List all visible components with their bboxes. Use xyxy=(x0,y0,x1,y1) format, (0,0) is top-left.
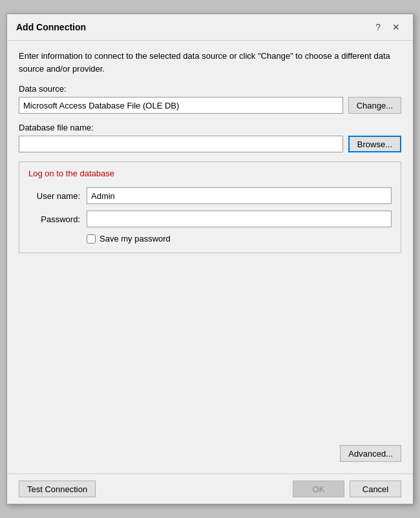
close-button[interactable]: ✕ xyxy=(388,21,404,34)
data-source-row: Change... xyxy=(19,97,401,114)
browse-button[interactable]: Browse... xyxy=(348,136,401,152)
username-row: User name: xyxy=(28,187,392,204)
title-bar: Add Connection ? ✕ xyxy=(7,14,413,41)
username-label: User name: xyxy=(28,191,80,201)
add-connection-dialog: Add Connection ? ✕ Enter information to … xyxy=(6,14,414,504)
advanced-button[interactable]: Advanced... xyxy=(340,445,401,462)
change-button[interactable]: Change... xyxy=(348,97,401,114)
password-row: Password: xyxy=(28,211,392,227)
database-file-input[interactable] xyxy=(19,136,343,152)
cancel-button[interactable]: Cancel xyxy=(350,481,401,497)
test-connection-button[interactable]: Test Connection xyxy=(19,481,96,497)
log-on-title: Log on to the database xyxy=(28,169,392,178)
password-input[interactable] xyxy=(87,211,392,227)
intro-text: Enter information to connect to the sele… xyxy=(19,50,401,75)
save-password-checkbox[interactable] xyxy=(87,234,96,243)
dialog-body: Enter information to connect to the sele… xyxy=(7,41,413,473)
data-source-group: Data source: Change... xyxy=(19,84,401,114)
ok-button[interactable]: OK xyxy=(293,481,344,497)
footer: Test Connection OK Cancel xyxy=(7,473,413,504)
log-on-group: Log on to the database User name: Passwo… xyxy=(19,161,401,253)
database-file-row: Browse... xyxy=(19,136,401,152)
dialog-title: Add Connection xyxy=(16,22,86,32)
username-input[interactable] xyxy=(87,187,392,204)
save-password-label: Save my password xyxy=(100,234,171,243)
title-bar-right: ? ✕ xyxy=(372,21,404,34)
data-source-input[interactable] xyxy=(19,97,343,114)
database-file-group: Database file name: Browse... xyxy=(19,123,401,152)
password-label: Password: xyxy=(28,214,80,224)
data-source-label: Data source: xyxy=(19,84,401,94)
spacer xyxy=(19,262,401,436)
save-password-row: Save my password xyxy=(87,234,392,243)
advanced-row: Advanced... xyxy=(19,445,401,464)
database-file-label: Database file name: xyxy=(19,123,401,132)
title-bar-left: Add Connection xyxy=(16,22,86,32)
help-button[interactable]: ? xyxy=(372,21,384,34)
